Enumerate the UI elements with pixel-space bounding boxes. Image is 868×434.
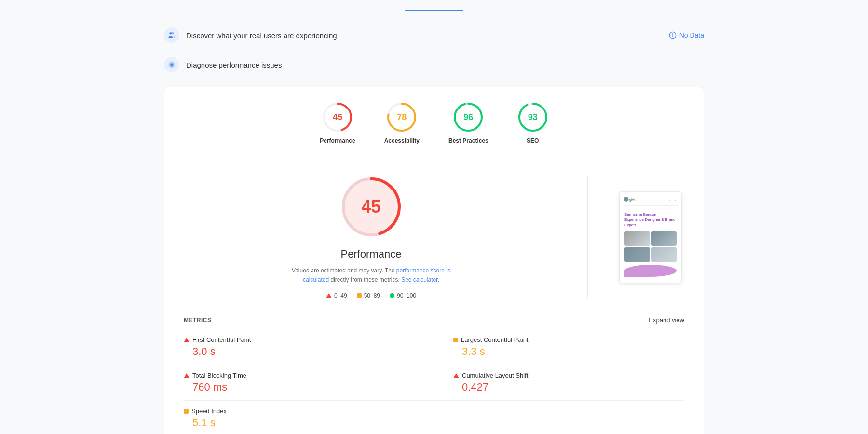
best-practices-score: 96	[463, 112, 473, 122]
metric-lcp-name: Largest Contentful Paint	[461, 336, 528, 343]
metric-tbt-name-row: Total Blocking Time	[184, 372, 414, 379]
metric-si-name-row: Speed Index	[184, 407, 414, 415]
legend-item-red: 0–49	[326, 292, 347, 299]
preview-text-block: Samantha Benson Experience Designer & Br…	[624, 212, 677, 228]
diagnose-section: Diagnose performance issues	[164, 50, 704, 79]
svg-point-0	[170, 32, 172, 35]
score-item-accessibility[interactable]: 78 Accessibility	[384, 102, 420, 144]
preview-logo: givi	[624, 196, 635, 203]
svg-text:givi: givi	[629, 197, 635, 202]
svg-point-17	[624, 197, 629, 202]
performance-right: givi · · Samantha Benson Experience Desi…	[617, 176, 684, 299]
metric-cls-name-row: Cumulative Layout Shift	[453, 372, 675, 379]
metric-lcp-name-row: Largest Contentful Paint	[453, 336, 675, 343]
svg-text:i: i	[672, 33, 673, 38]
score-item-best-practices[interactable]: 96 Best Practices	[448, 102, 488, 144]
svg-point-1	[172, 32, 174, 35]
main-card: 45 Performance 78 Accessibility	[164, 87, 704, 434]
tbt-red-triangle-icon	[184, 373, 190, 378]
green-circle-icon	[390, 293, 394, 298]
performance-description: Values are estimated and may vary. The p…	[289, 266, 453, 285]
red-triangle-icon	[326, 293, 332, 298]
performance-score: 45	[333, 112, 342, 122]
metric-fcp: First Contentful Paint 3.0 s	[184, 329, 434, 365]
diagnose-title: Diagnose performance issues	[186, 61, 704, 69]
preview-header: givi · ·	[624, 196, 678, 206]
metric-tbt-value: 760 ms	[192, 381, 414, 393]
preview-img-1	[624, 231, 650, 246]
preview-dots: · ·	[669, 196, 678, 203]
score-circles: 45 Performance 78 Accessibility	[184, 102, 684, 156]
metric-si-value: 5.1 s	[192, 417, 414, 429]
performance-detail: 45 Performance Values are estimated and …	[184, 156, 684, 309]
fcp-red-triangle-icon	[184, 338, 190, 342]
preview-card: givi · · Samantha Benson Experience Desi…	[619, 191, 682, 284]
accessibility-label: Accessibility	[384, 137, 420, 144]
metrics-header: METRICS Expand view	[184, 309, 684, 329]
big-performance-score: 45	[361, 197, 380, 217]
legend-item-green: 90–100	[390, 292, 416, 299]
metric-cls-name: Cumulative Layout Shift	[462, 372, 528, 379]
preview-images	[624, 231, 677, 262]
lcp-orange-square-icon	[453, 338, 458, 342]
metric-si: Speed Index 5.1 s	[184, 401, 434, 434]
metric-tbt-name: Total Blocking Time	[192, 372, 246, 379]
si-orange-square-icon	[184, 409, 189, 414]
cls-red-triangle-icon	[453, 373, 459, 378]
diagnose-icon	[164, 57, 179, 72]
metric-fcp-name-row: First Contentful Paint	[184, 336, 414, 343]
score-legend: 0–49 50–89 90–100	[326, 292, 416, 299]
metric-cls: Cumulative Layout Shift 0.427	[434, 365, 684, 401]
metric-fcp-name: First Contentful Paint	[192, 336, 251, 343]
performance-left: 45 Performance Values are estimated and …	[184, 176, 558, 299]
legend-item-orange: 50–89	[357, 292, 380, 299]
metric-tbt: Total Blocking Time 760 ms	[184, 365, 434, 401]
accessibility-score: 78	[397, 112, 407, 122]
no-data-button[interactable]: i No Data	[669, 31, 704, 39]
seo-circle: 93	[517, 102, 548, 133]
metric-fcp-value: 3.0 s	[192, 345, 414, 358]
preview-heading: Samantha Benson Experience Designer & Br…	[624, 212, 677, 228]
perf-divider	[587, 176, 588, 299]
loading-bar	[405, 10, 463, 11]
metric-cls-value: 0.427	[462, 381, 675, 393]
best-practices-label: Best Practices	[448, 137, 488, 144]
metric-si-name: Speed Index	[191, 407, 227, 415]
preview-blob	[624, 265, 677, 277]
metric-lcp: Largest Contentful Paint 3.3 s	[434, 329, 684, 365]
accessibility-circle: 78	[386, 102, 417, 133]
best-practices-circle: 96	[453, 102, 484, 133]
real-users-title: Discover what your real users are experi…	[186, 31, 669, 40]
svg-point-6	[171, 64, 173, 66]
metric-lcp-value: 3.3 s	[462, 345, 675, 358]
real-users-section: Discover what your real users are experi…	[164, 21, 704, 50]
info-icon: i	[669, 31, 677, 39]
seo-label: SEO	[527, 137, 539, 144]
metrics-label: METRICS	[184, 317, 212, 324]
expand-view-button[interactable]: Expand view	[649, 316, 684, 324]
metrics-grid: First Contentful Paint 3.0 s Largest Con…	[184, 329, 684, 434]
preview-content: Samantha Benson Experience Designer & Br…	[624, 210, 678, 279]
performance-label: Performance	[320, 137, 355, 144]
orange-square-icon	[357, 293, 362, 298]
preview-img-2	[651, 231, 677, 246]
performance-circle: 45	[322, 102, 353, 133]
score-item-performance[interactable]: 45 Performance	[320, 102, 355, 144]
users-icon	[164, 27, 179, 43]
seo-score: 93	[528, 112, 538, 122]
preview-img-4	[651, 247, 677, 262]
see-calculator-link[interactable]: See calculator	[401, 276, 437, 283]
big-performance-circle: 45	[340, 176, 403, 238]
score-item-seo[interactable]: 93 SEO	[517, 102, 548, 144]
performance-title: Performance	[341, 248, 402, 260]
preview-img-3	[624, 247, 650, 262]
